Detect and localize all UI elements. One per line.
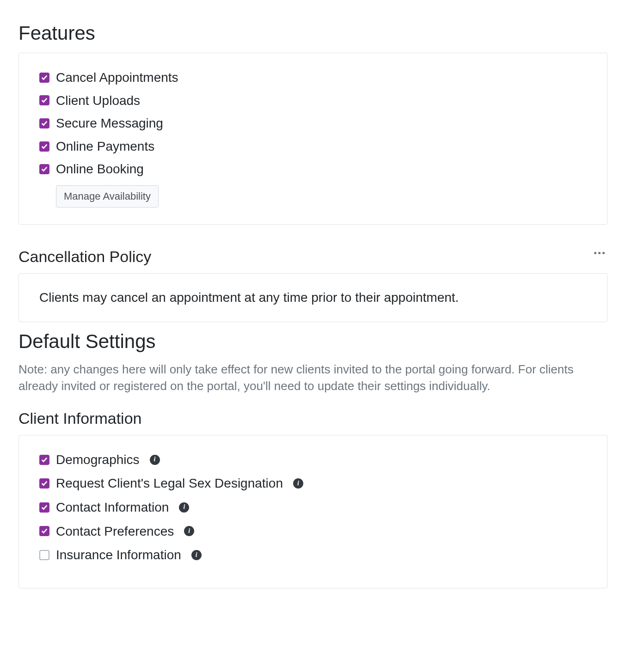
list-item: Client Uploads [39,93,587,109]
list-item: Request Client's Legal Sex Designationi [39,476,587,491]
cancellation-policy-text: Clients may cancel an appointment at any… [39,290,587,305]
default-settings-heading: Default Settings [18,330,608,353]
cancellation-policy-panel: Clients may cancel an appointment at any… [18,273,608,322]
checkbox-label: Online Payments [56,139,154,154]
features-heading: Features [18,22,608,44]
checkbox-feature-row-2[interactable] [39,118,49,128]
checkbox-client-info-row-4[interactable] [39,550,49,560]
checkbox-client-info-row-3[interactable] [39,526,49,536]
client-information-list: DemographicsiRequest Client's Legal Sex … [39,452,587,563]
checkbox-label: Cancel Appointments [56,70,178,86]
list-item: Demographicsi [39,452,587,468]
checkbox-client-info-row-0[interactable] [39,455,49,465]
checkbox-feature-row-0[interactable] [39,73,49,83]
list-item: Contact Informationi [39,500,587,515]
client-information-panel: DemographicsiRequest Client's Legal Sex … [18,435,608,588]
info-icon[interactable]: i [293,478,303,489]
checkbox-label: Online Booking [56,161,144,177]
manage-availability-button[interactable]: Manage Availability [56,185,159,208]
list-item: Cancel Appointments [39,70,587,86]
list-item: Contact Preferencesi [39,524,587,539]
checkbox-feature-row-1[interactable] [39,95,49,105]
more-options-icon[interactable] [591,249,608,257]
client-information-heading: Client Information [18,409,608,428]
info-icon[interactable]: i [179,502,189,513]
checkbox-client-info-row-2[interactable] [39,502,49,513]
checkbox-label: Demographics [56,452,140,468]
list-item: Insurance Informationi [39,547,587,563]
default-settings-note: Note: any changes here will only take ef… [18,361,608,395]
checkbox-feature-row-3[interactable] [39,141,49,152]
list-item: Secure Messaging [39,116,587,131]
checkbox-label: Contact Information [56,500,169,515]
features-panel: Cancel AppointmentsClient UploadsSecure … [18,53,608,225]
list-item: Online Payments [39,139,587,154]
info-icon[interactable]: i [150,455,160,465]
checkbox-label: Secure Messaging [56,116,163,131]
checkbox-label: Insurance Information [56,547,181,563]
checkbox-feature-row-4[interactable] [39,164,49,174]
checkbox-label: Request Client's Legal Sex Designation [56,476,283,491]
checkbox-client-info-row-1[interactable] [39,478,49,489]
list-item: Online Booking [39,161,587,177]
checkbox-label: Client Uploads [56,93,140,109]
info-icon[interactable]: i [184,526,194,536]
info-icon[interactable]: i [191,550,202,560]
cancellation-policy-heading: Cancellation Policy [18,248,151,266]
checkbox-label: Contact Preferences [56,524,174,539]
features-list: Cancel AppointmentsClient UploadsSecure … [39,70,587,177]
